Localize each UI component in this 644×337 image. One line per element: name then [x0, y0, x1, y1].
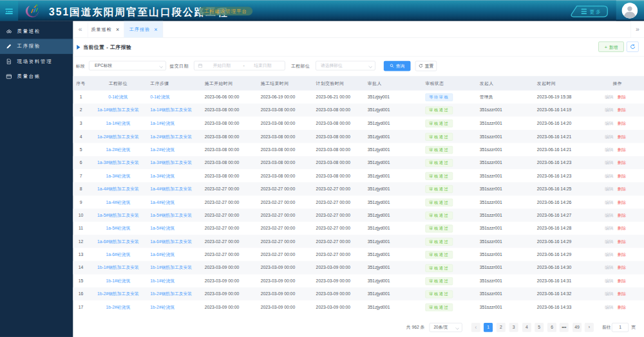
svg-text:更多: 更多	[590, 9, 602, 15]
